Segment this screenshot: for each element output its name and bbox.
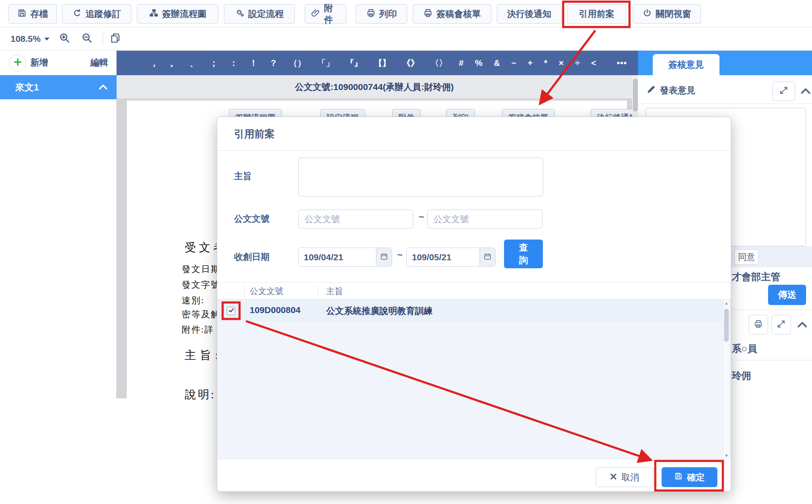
copy-pages-button[interactable] [110, 27, 121, 50]
symbol-button[interactable]: 【】 [374, 57, 391, 69]
symbol-button[interactable]: × [559, 58, 564, 68]
date-label: 收創日期 [234, 251, 270, 263]
zoom-level-dropdown[interactable]: 108.5% [11, 27, 49, 50]
date-from-input[interactable] [299, 248, 376, 266]
table-row[interactable]: 109D000804 公文系統推廣說明教育訓練 [217, 300, 731, 322]
symbol-button[interactable]: ： [229, 57, 238, 69]
agree-button[interactable]: 同意 [734, 249, 759, 265]
edit-button[interactable]: 編輯 [90, 57, 108, 68]
collapse-section-chevron[interactable] [797, 320, 808, 330]
save-button[interactable]: 存檔 [8, 4, 57, 24]
symbol-button[interactable]: ； [210, 57, 218, 69]
ghost-review-sheet-button[interactable]: 簽稿會核單 [502, 109, 555, 117]
doc-line-attach: 附件:詳 [182, 324, 214, 335]
calendar-button[interactable] [376, 248, 392, 266]
symbol-button[interactable]: 『』 [346, 57, 362, 69]
symbol-button[interactable]: % [475, 58, 482, 68]
ghost-attachment-button[interactable]: 附件 [392, 109, 421, 117]
row-subject: 公文系統推廣說明教育訓練 [326, 305, 433, 317]
symbol-button[interactable]: 〈〉 [431, 57, 447, 69]
header-docnum: 公文文號 [250, 286, 283, 297]
chevron-up-icon[interactable] [98, 83, 108, 94]
set-flow-label: 設定流程 [248, 8, 284, 20]
modal-divider [217, 459, 731, 459]
checkmark-icon [228, 307, 234, 315]
expand-comment-button[interactable] [772, 82, 795, 101]
subject-input[interactable] [298, 158, 543, 196]
cancel-button[interactable]: 取消 [596, 467, 653, 487]
print-comments-button[interactable] [749, 315, 768, 335]
scrollbar-thumb[interactable] [633, 79, 638, 112]
print-button[interactable]: 列印 [356, 4, 407, 24]
scrollbar-thumb[interactable] [724, 309, 729, 342]
symbol-button[interactable]: 「」 [317, 57, 334, 69]
set-flow-button[interactable]: 設定流程 [224, 4, 295, 24]
send-button[interactable]: 傳送 [768, 285, 806, 305]
more-symbols-button[interactable]: ••• [617, 58, 627, 68]
search-label: 查詢 [518, 241, 529, 267]
symbol-button[interactable]: # [459, 58, 463, 68]
docnum-from-input[interactable] [298, 210, 413, 229]
tab-approval-comments[interactable]: 簽核意見 [653, 54, 719, 75]
table-scrollbar[interactable]: ▲ ▼ [723, 300, 729, 459]
scroll-up-arrow[interactable]: ▲ [723, 300, 730, 306]
expand-icon [777, 319, 786, 330]
left-sidebar: 新增 編輯 來文1 [0, 51, 117, 398]
right-panel-tab-bar: 簽核意見 [638, 51, 812, 75]
incoming-doc-label: 來文1 [15, 81, 39, 94]
approver-role-text: 才會部主管 [732, 270, 780, 283]
symbol-button[interactable]: （） [289, 57, 306, 69]
symbol-button[interactable]: 《》 [402, 57, 419, 69]
zoom-out-button[interactable] [81, 27, 93, 50]
signer-name-text: 玲佣 [732, 369, 751, 382]
symbol-button[interactable]: + [528, 58, 533, 68]
symbol-button[interactable]: 。 [170, 57, 178, 69]
calendar-button[interactable] [480, 248, 495, 266]
column-divider [244, 285, 245, 297]
flowchart-icon [149, 8, 158, 20]
symbol-button[interactable]: * [544, 58, 548, 68]
symbol-button[interactable]: 、 [190, 57, 198, 69]
calendar-icon [380, 253, 388, 262]
zoom-toolbar: 108.5% [0, 27, 812, 51]
symbol-button[interactable]: ， [150, 57, 158, 69]
collapse-panel-chevron[interactable] [800, 87, 811, 97]
flow-diagram-button[interactable]: 簽辦流程圖 [137, 4, 218, 24]
ghost-set-flow-button[interactable]: 設定流程 [320, 109, 365, 117]
symbol-button[interactable]: < [591, 58, 596, 68]
doc-line-no: 發文字號 [182, 279, 221, 291]
sidebar-item-incoming-doc[interactable]: 來文1 [0, 75, 117, 99]
row-docnum: 109D000804 [250, 305, 300, 315]
docnum-to-input[interactable] [427, 210, 542, 229]
notify-after-button[interactable]: 決行後通知 [497, 4, 561, 24]
printer-icon [754, 319, 763, 330]
confirm-button[interactable]: 確定 [662, 467, 717, 487]
document-title-bar: 公文文號:1090000744(承辦人員:財玲佣) [117, 75, 632, 98]
review-sheet-button[interactable]: 簽稿會核單 [413, 4, 491, 24]
scroll-down-arrow[interactable]: ▼ [723, 452, 730, 459]
pencil-icon [646, 85, 656, 96]
symbol-button[interactable]: & [494, 58, 500, 68]
row-checkbox[interactable] [227, 307, 235, 315]
expand-comments-button[interactable] [771, 315, 791, 335]
modal-divider [217, 150, 731, 151]
symbol-button[interactable]: ？ [269, 57, 278, 69]
close-window-button[interactable]: 關閉視窗 [633, 4, 701, 24]
add-button[interactable] [9, 54, 26, 71]
range-tilde: ~ [397, 250, 403, 261]
cite-previous-button[interactable]: 引用前案 [567, 4, 626, 24]
track-changes-button[interactable]: 追蹤修訂 [62, 4, 131, 24]
gears-icon [235, 8, 245, 20]
ghost-print-button[interactable]: 列印 [446, 109, 475, 117]
symbol-button[interactable]: ！ [249, 57, 258, 69]
expand-icon [779, 86, 788, 97]
symbol-button[interactable]: ÷ [575, 58, 580, 68]
zoom-in-button[interactable] [59, 27, 70, 50]
attachment-button[interactable]: 附件 [305, 4, 346, 24]
symbol-button[interactable]: ~ [511, 58, 516, 68]
floppy-icon [17, 8, 27, 20]
search-button[interactable]: 查詢 [504, 240, 543, 268]
add-label[interactable]: 新增 [30, 57, 48, 68]
date-to-input[interactable] [407, 248, 480, 266]
ghost-flow-diagram-button[interactable]: 簽辦流程圖 [229, 109, 282, 117]
